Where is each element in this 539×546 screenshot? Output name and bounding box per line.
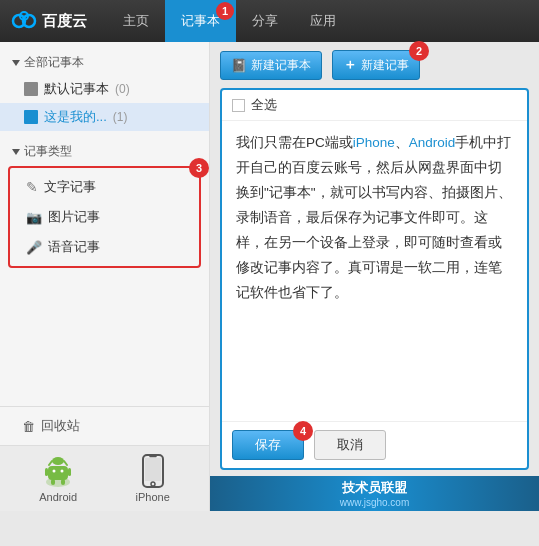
svg-point-6 xyxy=(61,470,64,473)
sidebar-item-photo-note[interactable]: 📷 图片记事 xyxy=(10,202,199,232)
iphone-icon xyxy=(142,454,164,488)
all-notebooks-section: 全部记事本 默认记事本 (0) 这是我的... (1) xyxy=(0,42,209,131)
audio-note-icon: 🎤 xyxy=(26,240,42,255)
watermark-url: www.jsgho.com xyxy=(340,497,409,508)
notebook-selected-icon xyxy=(24,110,38,124)
nav-item-notebook[interactable]: 记事本 1 xyxy=(165,0,236,42)
all-notebooks-title: 全部记事本 xyxy=(0,50,209,75)
android-device[interactable]: Android xyxy=(39,454,77,503)
svg-rect-11 xyxy=(68,468,71,476)
content-prefix: 我们只需在PC端或 xyxy=(236,135,353,150)
logo-area: 百度云 xyxy=(10,7,87,35)
svg-point-9 xyxy=(52,457,64,465)
triangle-icon-2 xyxy=(12,149,20,155)
new-notebook-label: 新建记事本 xyxy=(251,57,311,74)
topnav: 百度云 主页 记事本 1 分享 应用 xyxy=(0,0,539,42)
content-rest: 手机中打开自己的百度云账号，然后从网盘界面中切换到"记事本"，就可以书写内容、拍… xyxy=(236,135,512,300)
iphone-label: iPhone xyxy=(136,491,170,503)
content-area: 📓 新建记事本 ＋ 新建记事 2 全选 xyxy=(210,42,539,511)
notebook-selected-count: (1) xyxy=(113,110,128,124)
note-text-content: 我们只需在PC端或iPhone、Android手机中打开自己的百度云账号，然后从… xyxy=(222,121,527,421)
watermark-bar: 技术员联盟 www.jsgho.com xyxy=(210,476,539,511)
new-note-button[interactable]: ＋ 新建记事 xyxy=(332,50,420,80)
iphone-device[interactable]: iPhone xyxy=(136,454,170,503)
cancel-button[interactable]: 取消 xyxy=(314,430,386,460)
sidebar-item-trash[interactable]: 🗑 回收站 xyxy=(0,411,209,441)
svg-rect-4 xyxy=(48,466,68,480)
svg-point-16 xyxy=(151,482,155,486)
notebook-count: (0) xyxy=(115,82,130,96)
iphone-highlight: iPhone xyxy=(353,135,395,150)
plus-icon: ＋ xyxy=(343,56,357,74)
svg-rect-15 xyxy=(145,458,161,481)
content-mid1: 、 xyxy=(395,135,409,150)
baidu-cloud-logo-icon xyxy=(10,7,38,35)
device-area: Android iPhone xyxy=(0,445,209,511)
android-icon xyxy=(44,454,72,488)
svg-rect-13 xyxy=(61,479,65,485)
note-types-title: 记事类型 xyxy=(0,139,209,164)
note-actions: 保存 4 取消 xyxy=(222,421,527,468)
text-note-icon: ✎ xyxy=(26,179,38,195)
badge-2: 2 xyxy=(409,41,429,61)
android-highlight: Android xyxy=(409,135,456,150)
sidebar: 全部记事本 默认记事本 (0) 这是我的... (1) 记事类型 xyxy=(0,42,210,511)
svg-rect-10 xyxy=(45,468,48,476)
watermark-text: 技术员联盟 xyxy=(342,479,407,497)
toolbar: 📓 新建记事本 ＋ 新建记事 2 xyxy=(210,42,539,88)
badge-1: 1 xyxy=(216,2,234,20)
svg-rect-12 xyxy=(51,479,55,485)
select-all-checkbox[interactable] xyxy=(232,99,245,112)
nav-item-home[interactable]: 主页 xyxy=(107,0,165,42)
notebook-selected-label: 这是我的... xyxy=(44,108,107,126)
nav-item-share[interactable]: 分享 xyxy=(236,0,294,42)
sidebar-item-my-notebook[interactable]: 这是我的... (1) xyxy=(0,103,209,131)
select-all-row: 全选 xyxy=(222,90,527,121)
notebook-label: 默认记事本 xyxy=(44,80,109,98)
sidebar-item-default-notebook[interactable]: 默认记事本 (0) xyxy=(0,75,209,103)
svg-point-5 xyxy=(53,470,56,473)
nav-item-apps[interactable]: 应用 xyxy=(294,0,352,42)
svg-line-7 xyxy=(49,461,52,465)
sidebar-item-audio-note[interactable]: 🎤 语音记事 xyxy=(10,232,199,262)
trash-icon: 🗑 xyxy=(22,419,35,434)
logo-text: 百度云 xyxy=(42,12,87,31)
triangle-icon xyxy=(12,60,20,66)
photo-note-icon: 📷 xyxy=(26,210,42,225)
select-all-label: 全选 xyxy=(251,96,277,114)
new-notebook-icon: 📓 xyxy=(231,58,247,73)
new-note-label: 新建记事 xyxy=(361,57,409,74)
svg-line-8 xyxy=(64,461,67,465)
notebook-icon xyxy=(24,82,38,96)
badge-3: 3 xyxy=(189,158,209,178)
note-types-section: 记事类型 3 ✎ 文字记事 📷 图片记事 🎤 语音记事 xyxy=(0,139,209,270)
note-content-wrapper: 全选 我们只需在PC端或iPhone、Android手机中打开自己的百度云账号，… xyxy=(220,88,529,470)
android-label: Android xyxy=(39,491,77,503)
new-notebook-button[interactable]: 📓 新建记事本 xyxy=(220,51,322,80)
badge-4: 4 xyxy=(293,421,313,441)
sidebar-item-text-note[interactable]: ✎ 文字记事 xyxy=(10,172,199,202)
